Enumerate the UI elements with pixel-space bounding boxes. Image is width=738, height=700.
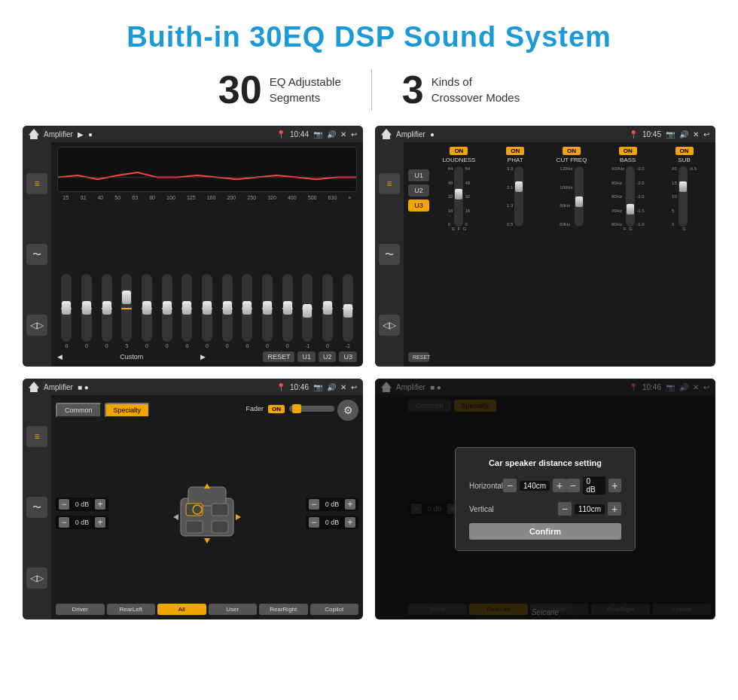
copilot-btn[interactable]: Copilot (310, 604, 359, 615)
rearleft-btn[interactable]: RearLeft (107, 604, 156, 615)
eq-slider-2[interactable]: 0 (78, 274, 96, 348)
phat-on-btn[interactable]: ON (506, 147, 524, 155)
h-db-val: 0 dB (583, 476, 605, 495)
eq-slider-11[interactable]: 0 (258, 274, 277, 348)
horizontal-plus-btn[interactable]: + (553, 479, 566, 492)
right-bot-minus[interactable]: − (309, 517, 319, 528)
xo-side-btn-2[interactable]: 〜 (379, 244, 400, 265)
eq-slider-9[interactable]: 0 (218, 274, 236, 348)
sub-on-btn[interactable]: ON (675, 147, 694, 155)
left-bot-plus[interactable]: + (95, 517, 105, 528)
svg-marker-11 (236, 514, 241, 520)
eq-bottom: ◀ Custom ▶ RESET U1 U2 U3 (57, 352, 357, 362)
eq-slider-13[interactable]: -1 (298, 274, 317, 348)
u3-btn[interactable]: U3 (339, 352, 357, 362)
eq-side-btn-1[interactable]: ≡ (26, 173, 47, 194)
bass-on-btn[interactable]: ON (619, 147, 637, 155)
right-top-minus[interactable]: − (309, 499, 319, 510)
car-center (111, 425, 303, 601)
eq-slider-8[interactable]: 0 (198, 274, 217, 348)
eq-slider-1[interactable]: 0 (57, 274, 76, 348)
eq-side-btn-2[interactable]: 〜 (26, 244, 47, 265)
eq-side-btn-3[interactable]: ◁▷ (26, 315, 47, 336)
right-bot-db: − 0 dB + (306, 516, 358, 529)
cutfreq-slider[interactable] (575, 166, 584, 227)
cutfreq-on-btn[interactable]: ON (563, 147, 581, 155)
u2-tab[interactable]: U2 (408, 184, 429, 196)
eq-slider-6[interactable]: 0 (157, 274, 176, 348)
screen3-status-left: Amplifier ■ ● (29, 382, 89, 392)
screen1-status-left: Amplifier ▶ ● (29, 129, 93, 139)
u1-tab[interactable]: U1 (408, 169, 429, 181)
screen2-back-icon: ↩ (703, 130, 709, 138)
h-db-minus[interactable]: − (566, 479, 579, 492)
left-top-plus[interactable]: + (95, 499, 105, 510)
eq-slider-15[interactable]: -1 (338, 274, 357, 348)
screen1-content: ≡ 〜 ◁▷ 2532405063 80100125160200 2503204… (23, 142, 363, 367)
eq-slider-7[interactable]: 0 (178, 274, 197, 348)
screen3-volume-icon: 🔊 (327, 383, 336, 391)
fader-on-badge[interactable]: ON (268, 405, 285, 413)
spk-side-btn-3[interactable]: ◁▷ (26, 568, 47, 589)
vertical-minus-btn[interactable]: − (558, 502, 572, 516)
u2-btn[interactable]: U2 (319, 352, 337, 362)
home-icon-2[interactable] (381, 129, 392, 139)
eq-slider-5[interactable]: 0 (138, 274, 157, 348)
phat-slider[interactable] (514, 166, 523, 227)
loudness-label: LOUDNESS (442, 157, 475, 163)
sub-slider[interactable] (679, 166, 688, 227)
eq-slider-14[interactable]: 0 (319, 274, 337, 348)
sub-label: SUB (678, 157, 690, 163)
u1-btn[interactable]: U1 (297, 352, 316, 362)
screen2-x-icon: ✕ (693, 130, 699, 138)
fader-section: Fader ON (245, 405, 334, 416)
screen-speaker: Amplifier ■ ● 📍 10:46 📷 🔊 ✕ ↩ ≡ 〜 ◁▷ Com… (23, 379, 363, 619)
right-bot-plus[interactable]: + (345, 517, 355, 528)
spk-side-btn-2[interactable]: 〜 (26, 497, 47, 518)
eq-slider-4[interactable]: 5 (117, 274, 136, 348)
xo-reset-btn[interactable]: RESET (408, 352, 429, 362)
eq-slider-10[interactable]: 0 (238, 274, 257, 348)
left-bot-minus[interactable]: − (59, 517, 69, 528)
stats-row: 30 EQ AdjustableSegments 3 Kinds ofCross… (0, 67, 738, 112)
user-btn[interactable]: User (209, 604, 258, 615)
rearright-btn[interactable]: RearRight (259, 604, 308, 615)
xo-side-btn-1[interactable]: ≡ (379, 173, 400, 194)
u3-tab[interactable]: U3 (408, 199, 429, 212)
screen1-play-icon: ▶ (78, 130, 84, 138)
screen3-location-icon: 📍 (276, 383, 285, 391)
common-tab[interactable]: Common (56, 403, 102, 418)
stat-eq-number: 30 (218, 67, 262, 112)
cutfreq-label: CUT FREQ (557, 157, 587, 163)
specialty-tab[interactable]: Specialty (105, 403, 151, 418)
reset-btn[interactable]: RESET (263, 352, 294, 362)
screen2-side-controls: ≡ 〜 ◁▷ (375, 142, 404, 367)
loudness-on-btn[interactable]: ON (450, 147, 468, 155)
eq-slider-3[interactable]: 0 (97, 274, 116, 348)
loudness-slider[interactable] (454, 166, 463, 227)
fader-track[interactable] (289, 406, 334, 412)
gear-btn[interactable]: ⚙ (337, 400, 358, 421)
next-icon[interactable]: ▶ (200, 353, 206, 361)
spk-side-btn-1[interactable]: ≡ (26, 426, 47, 447)
all-btn[interactable]: All (157, 604, 206, 615)
h-db-plus[interactable]: + (608, 479, 621, 492)
screen3-back-icon: ↩ (351, 383, 357, 391)
home-icon[interactable] (29, 129, 39, 139)
horizontal-minus-btn[interactable]: − (503, 479, 517, 492)
eq-slider-12[interactable]: 0 (278, 274, 297, 348)
left-bot-db: − 0 dB + (56, 516, 108, 529)
prev-icon[interactable]: ◀ (57, 353, 63, 361)
vertical-plus-btn[interactable]: + (608, 502, 621, 516)
confirm-button[interactable]: Confirm (469, 523, 621, 540)
eq-preset-btns: RESET U1 U2 U3 (263, 352, 357, 362)
xo-side-btn-3[interactable]: ◁▷ (379, 315, 400, 336)
driver-btn[interactable]: Driver (56, 604, 105, 615)
dialog-vertical-row: Vertical − 110cm + (469, 502, 621, 516)
loudness-scale: 644832160 (448, 166, 453, 227)
left-top-minus[interactable]: − (59, 499, 69, 510)
home-icon-3[interactable] (29, 382, 39, 392)
speaker-bottom-btns: Driver RearLeft All User RearRight Copil… (56, 604, 358, 615)
bass-slider[interactable] (626, 166, 635, 227)
right-top-plus[interactable]: + (345, 499, 355, 510)
